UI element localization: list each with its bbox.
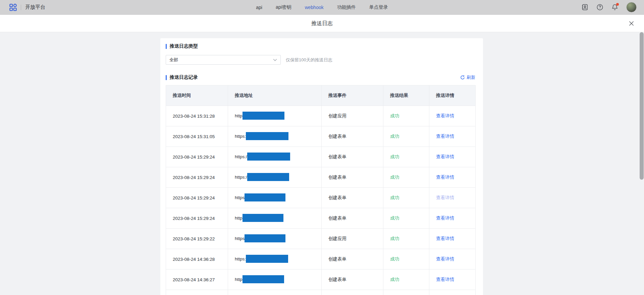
retention-hint: 仅保留100天的推送日志 xyxy=(286,57,332,63)
view-detail-link[interactable]: 查看详情 xyxy=(436,195,454,200)
log-section-header: 推送日志记录 刷新 xyxy=(166,74,475,81)
redacted-url-block xyxy=(245,193,285,201)
topbar-tabs: api api密钥 webhook 功能插件 单点登录 xyxy=(256,0,388,15)
redacted-url-block xyxy=(246,132,288,140)
push-detail-cell: 查看详情 xyxy=(429,167,476,188)
redacted-url-block xyxy=(243,214,283,222)
push-result-cell: 成功 xyxy=(383,147,429,167)
push-url-cell: https xyxy=(228,188,322,208)
push-time-cell: 2023-08-24 15:29:24 xyxy=(166,208,228,229)
log-table-row: 2023-08-24 14:36:28 https: 创建表单 成功 查看详情 xyxy=(166,249,476,270)
log-table-row: 2023-08-24 15:29:24 https:/ 创建表单 成功 查看详情 xyxy=(166,147,476,167)
push-event-cell: 创建应用 xyxy=(322,229,383,249)
push-event-cell: 创建表单 xyxy=(322,270,383,290)
push-url-cell: https:/ xyxy=(228,147,322,167)
push-detail-cell: 查看详情 xyxy=(429,126,476,147)
push-result-cell: 成功 xyxy=(383,270,429,290)
refresh-label: 刷新 xyxy=(467,74,475,80)
log-table-row: 2023-08-24 15:29:24 https:/ 创建表单 成功 查看详情 xyxy=(166,167,476,188)
push-event-cell: 创建表单 xyxy=(322,188,383,208)
view-detail-link[interactable]: 查看详情 xyxy=(436,216,454,221)
push-url-cell: http xyxy=(228,208,322,229)
contacts-icon[interactable] xyxy=(581,4,588,11)
topbar-tab[interactable]: 单点登录 xyxy=(369,4,388,10)
url-prefix: http xyxy=(235,277,243,282)
push-event-cell: 创建表单 xyxy=(322,147,383,167)
topbar: 开放平台 api api密钥 webhook 功能插件 单点登录 xyxy=(0,0,644,15)
push-detail-cell: 查看详情 xyxy=(429,106,476,126)
content-area: 推送日志类型 全部 仅保留100天的推送日志 推送日志记录 刷新 xyxy=(0,32,644,295)
column-header: 推送时间 xyxy=(166,85,228,106)
refresh-button[interactable]: 刷新 xyxy=(460,74,475,80)
push-time-cell: 2023-08-24 15:29:24 xyxy=(166,188,228,208)
table-header-row: 推送时间推送地址推送事件推送结果推送详情 xyxy=(166,85,476,106)
redacted-url-block xyxy=(243,112,284,120)
push-result-cell: 成功 xyxy=(383,229,429,249)
log-table-row: 2023-08-24 15:31:05 https: 创建表单 成功 查看详情 xyxy=(166,126,476,147)
push-event-cell: 创建表单 xyxy=(322,249,383,270)
column-header: 推送事件 xyxy=(322,85,383,106)
column-header: 推送结果 xyxy=(383,85,429,106)
push-url-cell: https xyxy=(228,229,322,249)
notification-bell-icon[interactable] xyxy=(611,4,618,11)
refresh-icon xyxy=(460,75,465,80)
redacted-url-block xyxy=(246,255,288,263)
redacted-url-block xyxy=(247,153,290,161)
redacted-url-block xyxy=(243,275,284,283)
push-time-cell: 2023-08-24 14:36:28 xyxy=(166,249,228,270)
page-scrollbar[interactable] xyxy=(639,32,644,295)
log-type-select-value: 全部 xyxy=(169,57,178,63)
column-header: 推送详情 xyxy=(429,85,476,106)
filter-section-label: 推送日志类型 xyxy=(170,43,198,49)
push-log-panel: 推送日志类型 全部 仅保留100天的推送日志 推送日志记录 刷新 xyxy=(160,38,483,295)
log-table-row: 2023-08-24 15:29:22 https 创建应用 成功 查看详情 xyxy=(166,229,476,249)
filter-row: 全部 仅保留100天的推送日志 xyxy=(166,55,475,65)
url-prefix: https xyxy=(235,236,245,241)
topbar-tab[interactable]: api xyxy=(256,5,262,10)
push-url-cell: http xyxy=(228,270,322,290)
push-result-cell: 成功 xyxy=(383,126,429,147)
chevron-down-icon xyxy=(273,59,277,61)
notification-dot xyxy=(616,3,619,6)
view-detail-link[interactable]: 查看详情 xyxy=(436,154,454,159)
log-type-select[interactable]: 全部 xyxy=(166,55,281,65)
push-detail-cell: 查看详情 xyxy=(429,229,476,249)
push-url-cell: http xyxy=(228,106,322,126)
log-table-body: 2023-08-24 15:31:28 http 创建应用 成功 查看详情 20… xyxy=(166,106,476,295)
topbar-tab[interactable]: 功能插件 xyxy=(337,4,356,10)
log-section-title: 推送日志记录 xyxy=(166,74,198,81)
avatar[interactable] xyxy=(626,2,637,12)
view-detail-link[interactable]: 查看详情 xyxy=(436,236,454,241)
push-result-cell: 成功 xyxy=(383,188,429,208)
topbar-tab[interactable]: api密钥 xyxy=(276,4,291,10)
help-icon[interactable] xyxy=(596,4,603,11)
scrollbar-thumb[interactable] xyxy=(640,32,644,180)
filter-section-title: 推送日志类型 xyxy=(166,43,475,50)
view-detail-link[interactable]: 查看详情 xyxy=(436,175,454,180)
topbar-tab[interactable]: webhook xyxy=(305,5,324,10)
apps-grid-icon[interactable] xyxy=(9,4,17,11)
log-table-row: 2023-08-24 15:29:24 http 创建表单 成功 查看详情 xyxy=(166,208,476,229)
push-event-cell: 创建表单 xyxy=(322,126,383,147)
close-icon[interactable] xyxy=(628,19,635,27)
push-time-cell: 2023-08-24 14:36:27 xyxy=(166,270,228,290)
topbar-divider xyxy=(21,5,21,10)
push-detail-cell: 查看详情 xyxy=(429,270,476,290)
push-time-cell: 2023-08-24 15:29:24 xyxy=(166,167,228,188)
push-detail-cell: 查看详情 xyxy=(429,188,476,208)
push-event-cell: 创建表单 xyxy=(322,208,383,229)
view-detail-link[interactable]: 查看详情 xyxy=(436,256,454,261)
push-detail-cell: 查看详情 xyxy=(429,147,476,167)
view-detail-link[interactable]: 查看详情 xyxy=(436,134,454,139)
url-prefix: https: xyxy=(235,256,246,261)
push-time-cell: 2023-08-24 15:29:22 xyxy=(166,229,228,249)
push-time-cell: 2023-08-24 15:31:05 xyxy=(166,126,228,147)
view-detail-link[interactable]: 查看详情 xyxy=(436,113,454,118)
push-time-cell: 2023-08-24 15:29:24 xyxy=(166,147,228,167)
topbar-right xyxy=(581,2,637,12)
push-time-cell: 2023-08-24 15:31:28 xyxy=(166,106,228,126)
redacted-url-block xyxy=(245,234,285,242)
push-result-cell: 成功 xyxy=(383,106,429,126)
url-prefix: http xyxy=(235,113,243,118)
view-detail-link[interactable]: 查看详情 xyxy=(436,277,454,282)
